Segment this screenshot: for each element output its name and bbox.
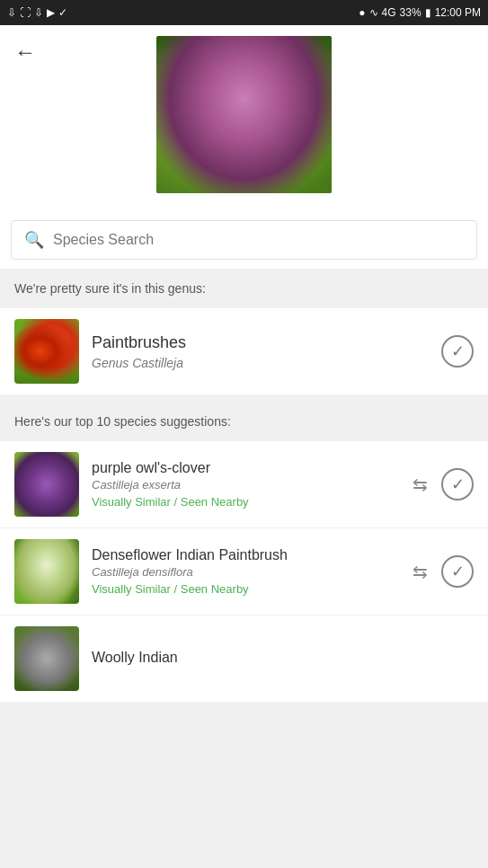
species-scientific-name-1: Castilleja densiflora bbox=[92, 565, 393, 579]
species-info-1: Denseflower Indian Paintbrush Castilleja… bbox=[92, 547, 393, 596]
swap-arrows-icon: ⇆ bbox=[413, 474, 428, 495]
species-thumbnail-2 bbox=[14, 626, 79, 691]
wifi-icon: ∿ bbox=[369, 6, 378, 19]
species-common-name-0: purple owl's-clover bbox=[92, 460, 393, 476]
status-bar: ⇩ ⛶ ⇩ ▶ ✓ ● ∿ 4G 33% ▮ 12:00 PM bbox=[0, 0, 488, 25]
genus-name: Paintbrushes bbox=[92, 333, 429, 352]
species-actions-0: ⇆ ✓ bbox=[405, 468, 474, 500]
divider-1 bbox=[0, 394, 488, 402]
species-scientific-name-0: Castilleja exserta bbox=[92, 478, 393, 492]
status-info: ● ∿ 4G 33% ▮ 12:00 PM bbox=[359, 6, 481, 19]
species-item[interactable]: purple owl's-clover Castilleja exserta V… bbox=[0, 441, 488, 528]
flower-photo-content bbox=[156, 36, 332, 193]
search-input[interactable] bbox=[53, 232, 464, 248]
checkmark-icon: ✓ bbox=[451, 341, 465, 361]
species-item[interactable]: Denseflower Indian Paintbrush Castilleja… bbox=[0, 528, 488, 616]
genus-info: Paintbrushes Genus Castilleja bbox=[92, 333, 429, 370]
species-common-name-1: Denseflower Indian Paintbrush bbox=[92, 547, 393, 563]
image-area: ← bbox=[0, 25, 488, 211]
species-thumbnail-0 bbox=[14, 452, 79, 517]
search-bar[interactable]: 🔍 bbox=[11, 220, 477, 260]
status-icons: ⇩ ⛶ ⇩ ▶ ✓ bbox=[7, 6, 67, 19]
species-actions-1: ⇆ ✓ bbox=[405, 555, 474, 588]
swap-icon-1[interactable]: ⇆ bbox=[405, 557, 434, 586]
genus-item[interactable]: Paintbrushes Genus Castilleja ✓ bbox=[0, 308, 488, 394]
species-check-0[interactable]: ✓ bbox=[441, 468, 474, 500]
suggestions-section-label: Here's our top 10 species suggestions: bbox=[14, 414, 231, 429]
species-tags-1: Visually Similar / Seen Nearby bbox=[92, 582, 393, 596]
download2-icon: ⇩ bbox=[34, 6, 43, 19]
flower-photo bbox=[156, 36, 332, 193]
genus-section-header: We're pretty sure it's in this genus: bbox=[0, 269, 488, 308]
species-check-1[interactable]: ✓ bbox=[441, 555, 474, 588]
swap-icon-0[interactable]: ⇆ bbox=[405, 470, 434, 499]
checkmark-icon-0: ✓ bbox=[451, 474, 465, 494]
species-common-name-2: Woolly Indian bbox=[92, 650, 474, 666]
genus-scientific-name: Genus Castilleja bbox=[92, 356, 429, 370]
genus-section-label: We're pretty sure it's in this genus: bbox=[14, 281, 206, 296]
species-info-0: purple owl's-clover Castilleja exserta V… bbox=[92, 460, 393, 509]
time-display: 12:00 PM bbox=[435, 6, 481, 19]
species-item[interactable]: Woolly Indian bbox=[0, 616, 488, 703]
genus-thumb-image bbox=[14, 319, 79, 384]
signal-strength: 4G bbox=[382, 6, 396, 19]
battery-level: 33% bbox=[400, 6, 421, 19]
species-tags-0: Visually Similar / Seen Nearby bbox=[92, 495, 393, 509]
download-icon: ⇩ bbox=[7, 6, 16, 19]
image-icon: ⛶ bbox=[20, 6, 31, 19]
genus-thumbnail bbox=[14, 319, 79, 384]
play-icon: ▶ bbox=[47, 6, 55, 19]
back-button[interactable]: ← bbox=[14, 40, 36, 65]
check2-icon: ✓ bbox=[58, 6, 67, 19]
search-container: 🔍 bbox=[0, 211, 488, 269]
species-info-2: Woolly Indian bbox=[92, 650, 474, 668]
swap-arrows-icon-1: ⇆ bbox=[413, 561, 428, 582]
genus-check-icon[interactable]: ✓ bbox=[441, 335, 474, 368]
species-thumbnail-1 bbox=[14, 539, 79, 604]
battery-icon: ▮ bbox=[425, 6, 431, 19]
search-icon: 🔍 bbox=[24, 230, 44, 250]
checkmark-icon-1: ✓ bbox=[451, 562, 465, 581]
location-icon: ● bbox=[359, 6, 365, 19]
suggestions-section-header: Here's our top 10 species suggestions: bbox=[0, 402, 488, 441]
